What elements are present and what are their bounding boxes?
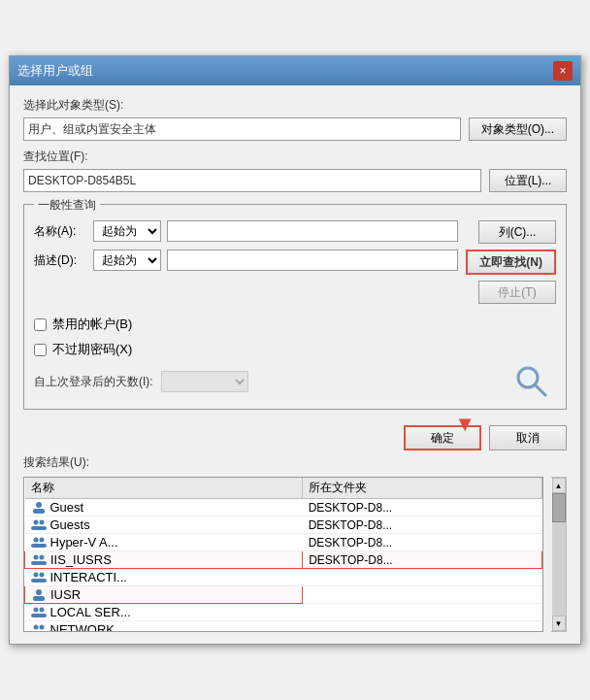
cell-name: Guest [25, 499, 303, 517]
cell-name: IIS_IUSRS [25, 551, 303, 569]
ok-arrow-icon: ▼ [454, 414, 475, 435]
no-expiry-checkbox[interactable] [34, 344, 47, 356]
svg-point-23 [33, 607, 38, 612]
svg-point-5 [33, 519, 38, 524]
disabled-account-label: 禁用的帐户(B) [52, 316, 132, 333]
object-type-label: 选择此对象类型(S): [23, 97, 567, 114]
svg-point-10 [39, 537, 44, 542]
dialog-title: 选择用户或组 [17, 62, 93, 80]
desc-dropdown[interactable]: 起始为 [93, 250, 161, 271]
col-folder-header[interactable]: 所在文件夹 [303, 478, 542, 499]
cell-folder: DESKTOP-D8... [303, 551, 542, 569]
cell-folder [303, 569, 542, 586]
last-login-label: 自上次登录后的天数(I): [34, 374, 153, 390]
cell-name: INTERACTI... [25, 569, 303, 586]
no-expiry-label: 不过期密码(X) [52, 341, 132, 358]
ok-cancel-area: ▼ 确定 取消 [10, 421, 580, 454]
svg-point-6 [39, 519, 44, 524]
stop-button[interactable]: 停止(T) [478, 281, 556, 304]
location-group: 查找位置(F): 位置(L)... [23, 149, 567, 192]
location-label: 查找位置(F): [23, 149, 567, 165]
name-label: 名称(A): [34, 223, 87, 240]
dialog-content: 选择此对象类型(S): 对象类型(O)... 查找位置(F): 位置(L)...… [10, 85, 580, 421]
results-area: 名称 所在文件夹 GuestDESKTOP-D8...GuestsDESKTOP… [23, 477, 567, 632]
results-table-container[interactable]: 名称 所在文件夹 GuestDESKTOP-D8...GuestsDESKTOP… [23, 477, 543, 632]
disabled-account-checkbox[interactable] [34, 318, 47, 331]
cell-name: LOCAL SER... [25, 604, 303, 621]
svg-point-18 [39, 572, 44, 577]
svg-point-28 [39, 624, 44, 629]
svg-point-9 [33, 537, 38, 542]
scrollbar[interactable]: ▲ ▼ [551, 477, 567, 632]
search-now-button[interactable]: 立即查找(N) [466, 250, 556, 275]
name-dropdown[interactable]: 起始为 [93, 220, 161, 242]
svg-point-17 [33, 572, 38, 577]
cell-folder [303, 604, 542, 621]
cell-name: NETWORK [25, 621, 303, 633]
select-user-dialog: 选择用户或组 × 选择此对象类型(S): 对象类型(O)... 查找位置(F):… [9, 55, 581, 645]
svg-rect-12 [37, 544, 47, 548]
disabled-account-row: 禁用的帐户(B) [34, 316, 556, 333]
table-row[interactable]: IUSR [25, 586, 542, 604]
cell-name: IUSR [25, 586, 303, 604]
cell-folder: DESKTOP-D8... [303, 534, 542, 551]
name-row: 名称(A): 起始为 [34, 220, 458, 242]
svg-rect-26 [37, 614, 47, 617]
svg-rect-16 [37, 561, 47, 565]
table-row[interactable]: Hyper-V A...DESKTOP-D8... [25, 534, 542, 551]
title-bar: 选择用户或组 × [10, 56, 580, 85]
scrollbar-thumb[interactable] [552, 493, 566, 522]
name-input[interactable] [167, 220, 458, 242]
table-row[interactable]: INTERACTI... [25, 569, 542, 586]
svg-point-1 [522, 372, 534, 383]
svg-point-21 [36, 589, 42, 595]
object-type-group: 选择此对象类型(S): 对象类型(O)... [23, 97, 567, 141]
scrollbar-down-button[interactable]: ▼ [552, 616, 566, 631]
cell-folder [303, 586, 542, 604]
last-login-dropdown[interactable] [161, 371, 248, 392]
col-button[interactable]: 列(C)... [478, 220, 556, 244]
search-icon-area [508, 362, 556, 401]
svg-point-27 [33, 624, 38, 629]
object-type-button[interactable]: 对象类型(O)... [469, 117, 567, 141]
svg-point-14 [40, 554, 45, 559]
svg-rect-22 [33, 596, 45, 601]
col-name-header[interactable]: 名称 [25, 478, 303, 499]
svg-point-24 [39, 607, 44, 612]
table-row[interactable]: IIS_IUSRSDESKTOP-D8... [25, 551, 542, 569]
last-login-row: 自上次登录后的天数(I): [34, 362, 556, 401]
location-row: 位置(L)... [23, 169, 567, 192]
svg-rect-30 [37, 631, 47, 633]
results-table: 名称 所在文件夹 GuestDESKTOP-D8...GuestsDESKTOP… [24, 478, 542, 632]
scrollbar-track[interactable] [552, 493, 566, 616]
scrollbar-up-button[interactable]: ▲ [552, 478, 566, 493]
general-query-group: 一般性查询 名称(A): 起始为 描述(D): [23, 204, 567, 410]
svg-point-3 [36, 502, 42, 508]
location-input[interactable] [23, 169, 481, 192]
desc-input[interactable] [167, 250, 458, 271]
table-row[interactable]: GuestsDESKTOP-D8... [25, 517, 542, 534]
cell-folder: DESKTOP-D8... [303, 499, 542, 517]
table-row[interactable]: LOCAL SER... [25, 604, 542, 621]
table-row[interactable]: GuestDESKTOP-D8... [25, 499, 542, 517]
svg-line-2 [535, 384, 545, 395]
table-row[interactable]: NETWORK [25, 621, 542, 633]
general-query-title: 一般性查询 [34, 197, 100, 214]
object-type-row: 对象类型(O)... [23, 117, 567, 141]
bottom-section: 搜索结果(U): 名称 所在文件夹 GuestDESKTOP-D8...Gues… [10, 454, 580, 644]
location-button[interactable]: 位置(L)... [489, 169, 567, 192]
close-button[interactable]: × [553, 61, 573, 81]
desc-label: 描述(D): [34, 252, 87, 269]
search-magnifier-icon [513, 363, 550, 400]
object-type-input[interactable] [23, 117, 461, 141]
cell-folder: DESKTOP-D8... [303, 517, 542, 534]
svg-rect-8 [37, 526, 47, 530]
svg-rect-20 [37, 579, 47, 583]
search-results-label: 搜索结果(U): [23, 454, 567, 471]
cell-name: Guests [25, 517, 303, 534]
cell-folder [303, 621, 542, 633]
svg-rect-4 [33, 509, 45, 514]
desc-row: 描述(D): 起始为 [34, 250, 458, 271]
no-expiry-row: 不过期密码(X) [34, 341, 556, 358]
cancel-button[interactable]: 取消 [489, 425, 567, 450]
